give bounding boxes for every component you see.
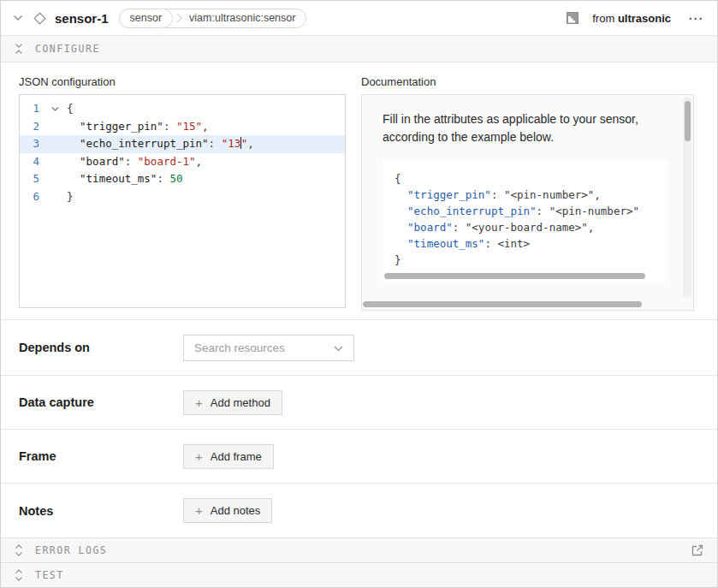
doc-code-line: "board": "<your-board-name>",	[395, 219, 668, 235]
fold-gutter	[43, 188, 67, 206]
code-token-key: "board"	[80, 155, 125, 168]
doc-code-line: }	[395, 252, 668, 268]
code-token-punc	[67, 137, 80, 150]
collapse-vertical-icon	[13, 41, 25, 56]
fold-gutter	[43, 170, 67, 188]
module-source-label: from ultrasonic	[592, 12, 671, 25]
line-number: 5	[20, 170, 43, 188]
code-token-punc: ,	[247, 137, 254, 150]
chevron-right-icon	[176, 13, 182, 23]
editor-line-code: "echo_interrupt_pin": "13",	[67, 135, 254, 153]
code-token-plain: {	[395, 172, 401, 185]
code-token-key: "echo_interrupt_pin"	[407, 205, 537, 217]
fold-gutter	[43, 135, 67, 153]
from-prefix: from	[592, 12, 614, 25]
notes-row: Notes + Add notes	[1, 483, 717, 538]
plus-icon: +	[195, 450, 203, 463]
code-token-key: "echo_interrupt_pin"	[80, 137, 209, 150]
fold-chevron-icon[interactable]	[43, 100, 67, 118]
add-notes-button[interactable]: + Add notes	[183, 498, 272, 523]
json-editor[interactable]: 1{2 "trigger_pin": "15",3 "echo_interrup…	[19, 94, 346, 308]
editor-line[interactable]: 2 "trigger_pin": "15",	[20, 118, 345, 136]
diamond-icon	[32, 10, 48, 27]
scrollbar-thumb[interactable]	[685, 101, 691, 141]
code-token-plain: : "<pin-number>"	[537, 205, 639, 217]
code-token-punc: :	[157, 172, 169, 185]
code-token-key: "board"	[407, 221, 453, 234]
editor-line[interactable]: 1{	[20, 100, 345, 118]
code-token-plain: : "<pin-number>",	[491, 188, 601, 201]
component-header: sensor-1 sensor viam:ultrasonic:sensor f…	[1, 1, 717, 36]
frame-label: Frame	[19, 449, 183, 463]
code-token-punc: ,	[202, 120, 209, 133]
editor-line[interactable]: 4 "board": "board-1",	[20, 153, 345, 171]
code-token-plain	[395, 221, 407, 234]
add-frame-button[interactable]: + Add frame	[183, 444, 274, 469]
code-token-key: "timeout_ms"	[407, 237, 484, 250]
editor-line[interactable]: 5 "timeout_ms": 50	[20, 170, 345, 188]
code-token-plain	[395, 205, 407, 217]
code-token-str: "13	[222, 137, 241, 150]
error-logs-section-header[interactable]: ERROR LOGS	[1, 538, 717, 562]
frame-row: Frame + Add frame	[1, 429, 717, 483]
data-capture-row: Data capture + Add method	[1, 375, 717, 429]
code-token-plain: : "<your-board-name>",	[453, 221, 595, 234]
code-token-plain: : <int>	[484, 237, 530, 250]
configure-label: CONFIGURE	[35, 43, 100, 55]
code-token-str: "15"	[176, 120, 202, 133]
component-type-chip: sensor	[119, 9, 174, 28]
code-token-key: "timeout_ms"	[80, 172, 157, 185]
doc-code-line: "echo_interrupt_pin": "<pin-number>"	[395, 203, 668, 219]
fold-gutter	[43, 153, 67, 171]
configure-section-body: JSON configuration 1{2 "trigger_pin": "1…	[1, 62, 717, 320]
editor-line-code: "board": "board-1",	[67, 153, 202, 171]
depends-on-label: Depends on	[19, 341, 183, 354]
code-token-punc: :	[163, 120, 176, 133]
doc-vertical-scrollbar[interactable]	[683, 97, 691, 298]
collapse-chevron-icon[interactable]	[11, 13, 25, 23]
editor-line[interactable]: 6}	[20, 188, 345, 206]
editor-line-code: "timeout_ms": 50	[67, 170, 183, 188]
line-number: 4	[20, 153, 43, 171]
line-number: 1	[20, 100, 43, 118]
breadcrumb: sensor viam:ultrasonic:sensor	[119, 9, 307, 28]
json-config-column: JSON configuration 1{2 "trigger_pin": "1…	[19, 75, 346, 319]
expand-vertical-icon	[13, 543, 25, 558]
notes-label: Notes	[19, 504, 183, 518]
add-method-button[interactable]: + Add method	[183, 390, 282, 415]
depends-on-select[interactable]: Search resources	[183, 335, 354, 361]
doc-horizontal-scrollbar[interactable]	[363, 301, 642, 307]
doc-code-line: "trigger_pin": "<pin-number>",	[395, 187, 668, 203]
component-title: sensor-1	[55, 11, 109, 26]
documentation-code-block: { "trigger_pin": "<pin-number>", "echo_i…	[383, 159, 668, 283]
code-token-plain	[395, 188, 407, 201]
add-method-label: Add method	[211, 396, 270, 409]
expand-vertical-icon	[13, 567, 25, 583]
code-token-punc	[67, 120, 80, 133]
code-token-punc: {	[67, 102, 74, 115]
chevron-down-icon	[334, 340, 343, 355]
depends-on-row: Depends on Search resources	[1, 320, 717, 375]
editor-line-code: "trigger_pin": "15",	[67, 118, 209, 136]
test-label: TEST	[35, 569, 64, 581]
depends-on-placeholder: Search resources	[194, 342, 334, 354]
more-menu-button[interactable]: ⋯	[686, 9, 705, 27]
test-section-header[interactable]: TEST	[1, 562, 717, 587]
open-in-new-icon[interactable]	[690, 543, 705, 558]
add-notes-label: Add notes	[211, 504, 261, 517]
code-token-key: "trigger_pin"	[407, 188, 491, 201]
module-icon	[565, 10, 580, 26]
add-frame-label: Add frame	[211, 450, 262, 463]
code-token-plain: }	[395, 253, 401, 266]
line-number: 6	[20, 188, 43, 206]
data-capture-label: Data capture	[19, 395, 183, 409]
line-number: 3	[20, 135, 43, 153]
code-horizontal-scrollbar[interactable]	[384, 273, 645, 279]
configure-section-header[interactable]: CONFIGURE	[1, 36, 717, 62]
error-logs-label: ERROR LOGS	[35, 544, 107, 556]
editor-line[interactable]: 3 "echo_interrupt_pin": "13",	[20, 135, 345, 153]
code-token-key: "trigger_pin"	[80, 120, 163, 133]
documentation-column: Documentation Fill in the attributes as …	[361, 75, 694, 319]
line-number: 2	[20, 118, 43, 136]
fold-gutter	[43, 118, 67, 136]
